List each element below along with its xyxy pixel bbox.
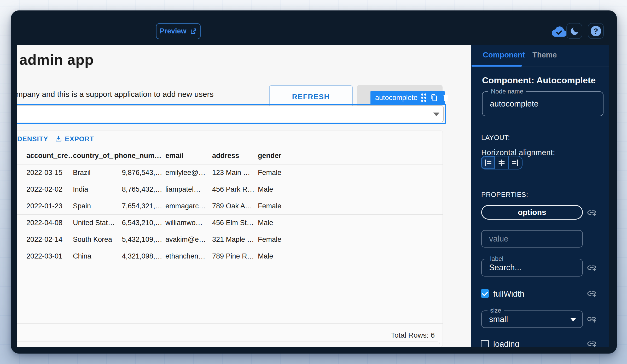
add-link-icon[interactable] (587, 314, 597, 324)
node-name-field[interactable]: Node name autocomplete (482, 91, 603, 116)
add-link-icon[interactable] (587, 288, 597, 299)
autocomplete-input[interactable] (17, 105, 444, 122)
table-cell: 123 Main … (212, 169, 258, 177)
density-button[interactable]: DENSITY (17, 135, 48, 143)
table-cell: South Korea (73, 236, 114, 244)
help-button[interactable]: ? (588, 23, 604, 39)
node-name-value: autocomplete (490, 99, 538, 109)
page-subtitle: mpany and this is a support application … (17, 90, 213, 99)
table-cell: 2022-03-01 (26, 252, 73, 260)
table-cell: China (73, 252, 114, 260)
table-cell: Spain (73, 202, 114, 210)
selected-component-name: autocomplete (375, 94, 417, 102)
table-cell: emmagarc… (165, 202, 212, 210)
options-button[interactable]: options (481, 205, 583, 220)
table-cell: 5,432,109,… (114, 236, 165, 244)
column-header[interactable]: phone_num… (114, 152, 165, 160)
table-cell: emilylee@… (165, 169, 212, 177)
column-header[interactable]: gender (258, 152, 443, 160)
table-cell: 2022-03-15 (26, 169, 73, 177)
loading-checkbox[interactable] (481, 340, 489, 347)
table-cell: Female (258, 169, 443, 177)
table-cell: Male (258, 185, 443, 193)
value-placeholder: value (489, 234, 508, 244)
table-cell: 7,654,321,… (114, 202, 165, 210)
align-left-button[interactable] (481, 156, 495, 169)
table-cell: 2022-02-02 (26, 185, 73, 193)
table-cell: 6,543,210,… (114, 219, 165, 227)
table-header-row: account_cre… country_of_r… phone_num… em… (17, 147, 443, 164)
preview-button[interactable]: Preview (156, 23, 201, 39)
total-rows-label: Total Rows: 6 (391, 331, 435, 339)
component-title: Component: Autocomplete (482, 75, 596, 85)
fullwidth-label: fullWidth (493, 289, 524, 299)
table-cell: 789 Pine R… (212, 252, 258, 260)
add-link-icon[interactable] (587, 207, 597, 218)
properties-section-label: PROPERTIES: (481, 191, 528, 199)
table-cell: 321 Maple … (212, 236, 258, 244)
column-header[interactable]: email (165, 152, 212, 160)
table-toolbar: DENSITY EXPORT (17, 131, 443, 147)
table-cell: 8,765,432,… (114, 185, 165, 193)
duplicate-icon[interactable] (430, 93, 438, 102)
users-table: DENSITY EXPORT account_cre… country_of_r… (17, 131, 443, 347)
add-link-icon[interactable] (587, 262, 597, 273)
fullwidth-checkbox[interactable] (481, 289, 489, 298)
align-center-button[interactable] (495, 156, 508, 169)
tab-component[interactable]: Component (483, 51, 525, 59)
add-link-icon[interactable] (587, 338, 597, 347)
table-cell: Female (258, 236, 443, 244)
table-row[interactable]: 2022-02-02India8,765,432,…liampatel…456 … (17, 181, 443, 198)
layout-section-label: LAYOUT: (481, 134, 510, 142)
table-cell: 4,321,098,… (114, 252, 165, 260)
table-body: 2022-03-15Brazil9,876,543,…emilylee@…123… (17, 164, 443, 265)
drag-handle-icon[interactable] (421, 93, 426, 102)
table-cell: ethanchen… (165, 252, 212, 260)
table-row[interactable]: 2022-01-23Spain7,654,321,…emmagarc…789 O… (17, 198, 443, 214)
align-right-button[interactable] (508, 156, 522, 169)
export-button-label: EXPORT (65, 135, 94, 143)
external-link-icon (190, 28, 197, 35)
table-row[interactable]: 2022-02-14South Korea5,432,109,…avakim@e… (17, 231, 443, 248)
column-header[interactable]: address (212, 152, 258, 160)
align-left-icon (484, 158, 492, 167)
size-select-label: size (487, 307, 504, 314)
tabs-divider (471, 67, 609, 67)
table-row[interactable]: 2022-03-01China4,321,098,…ethanchen…789 … (17, 248, 443, 265)
table-cell: India (73, 185, 114, 193)
label-field-label: label (487, 255, 506, 262)
align-right-icon (511, 158, 520, 167)
table-cell: liampatel… (165, 185, 212, 193)
dropdown-arrow-icon[interactable] (433, 113, 439, 116)
app-window: Preview ? admin app mpany and this is a … (11, 10, 617, 354)
label-field[interactable]: label Search... (481, 259, 583, 277)
table-cell: Male (258, 252, 443, 260)
node-name-label: Node name (488, 88, 526, 95)
chevron-down-icon (570, 318, 576, 321)
column-header[interactable]: account_cre… (26, 152, 73, 160)
tab-theme[interactable]: Theme (532, 51, 557, 59)
inspector-panel: Component Theme Component: Autocomplete … (471, 45, 609, 347)
table-row[interactable]: 2022-03-15Brazil9,876,543,…emilylee@…123… (17, 164, 443, 181)
column-header[interactable]: country_of_r… (73, 152, 114, 160)
table-cell: 9,876,543,… (114, 169, 165, 177)
dark-mode-toggle-button[interactable] (566, 23, 582, 39)
size-select[interactable]: size small (481, 310, 583, 328)
value-field[interactable]: value (481, 230, 583, 248)
table-cell: United Stat… (73, 219, 114, 227)
export-button[interactable]: EXPORT (55, 135, 94, 143)
table-cell: Male (258, 219, 443, 227)
delete-icon[interactable] (442, 93, 450, 102)
download-icon (55, 135, 62, 143)
question-mark-icon: ? (591, 26, 601, 36)
next-component-card (17, 342, 440, 347)
table-cell: 2022-02-14 (26, 236, 73, 244)
table-cell: Brazil (73, 169, 114, 177)
table-cell: 456 Park R… (212, 185, 258, 193)
moon-icon (569, 26, 580, 36)
selection-toolbar-chip: autocomplete (370, 91, 445, 104)
label-field-value: Search... (489, 263, 521, 272)
app-canvas: admin app mpany and this is a support ap… (17, 45, 471, 347)
table-cell: 456 Elm St… (212, 219, 258, 227)
table-row[interactable]: 2022-04-08United Stat…6,543,210,…william… (17, 214, 443, 231)
